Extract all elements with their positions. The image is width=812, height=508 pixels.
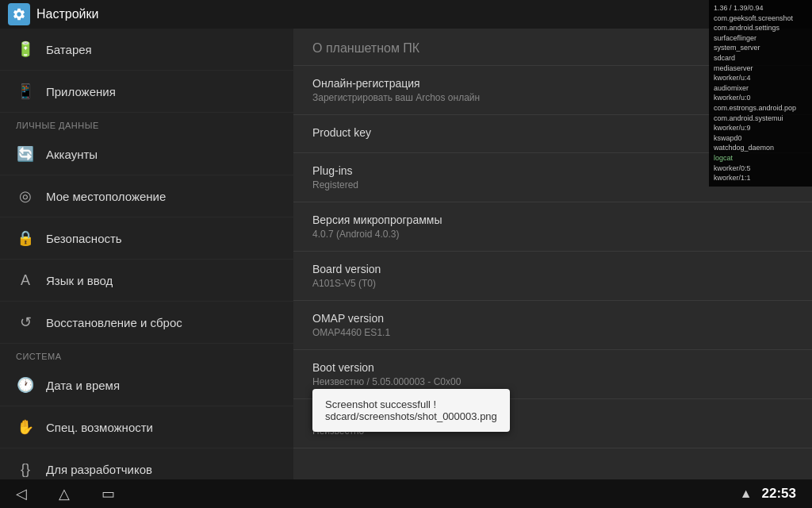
overlay-line: kworker/1:1 xyxy=(714,173,807,183)
overlay-line: kworker/u:9 xyxy=(714,123,807,133)
sidebar-label-security: Безопасность xyxy=(46,232,122,245)
sidebar-section-label: ЛИЧНЫЕ ДАННЫЕ xyxy=(0,113,293,133)
overlay-line: kworker/0:5 xyxy=(714,164,807,174)
datetime-icon: 🕐 xyxy=(16,375,35,394)
info-row: Версия микропрограммы4.0.7 (Android 4.0.… xyxy=(293,202,812,252)
info-subtitle: 4.0.7 (Android 4.0.3) xyxy=(312,229,793,240)
overlay-line: watchdog_daemon xyxy=(714,143,807,153)
accounts-icon: 🔄 xyxy=(16,144,35,164)
status-right: ▲ 22:53 xyxy=(740,486,796,502)
sidebar-label-battery: Батарея xyxy=(46,43,92,56)
info-row: OMAP versionOMAP4460 ES1.1 xyxy=(293,301,812,350)
accessibility-icon: ✋ xyxy=(16,418,35,437)
top-bar: Настройки xyxy=(0,0,812,29)
overlay-line: kworker/u:4 xyxy=(714,73,807,83)
sidebar-label-accessibility: Спец. возможности xyxy=(46,421,153,434)
settings-icon xyxy=(8,3,30,25)
sidebar-label-datetime: Дата и время xyxy=(46,379,120,392)
sidebar-label-location: Мое местоположение xyxy=(46,190,166,203)
battery-icon: 🔋 xyxy=(16,40,35,59)
sidebar-item-backup[interactable]: ↺Восстановление и сброс xyxy=(0,302,293,344)
overlay-line: system_server xyxy=(714,43,807,53)
sidebar-label-accounts: Аккаунты xyxy=(46,148,98,161)
cpu-stat: 1.36 / 1.39/0.94 xyxy=(714,3,807,13)
sidebar-label-apps: Приложения xyxy=(46,85,116,98)
apps-icon: 📱 xyxy=(16,82,35,101)
info-subtitle: OMAP4460 ES1.1 xyxy=(312,327,793,338)
sidebar-label-language: Язык и ввод xyxy=(46,274,113,287)
screenshot-toast: Screenshot successfull ! sdcard/screensh… xyxy=(312,389,510,432)
sidebar-item-security[interactable]: 🔒Безопасность xyxy=(0,217,293,260)
overlay-line: mediaserver xyxy=(714,64,807,74)
bottom-bar: ◁ △ ▭ ▲ 22:53 xyxy=(0,479,812,508)
sidebar-item-language[interactable]: AЯзык и ввод xyxy=(0,260,293,302)
security-icon: 🔒 xyxy=(16,229,35,248)
info-subtitle: Неизвестно / 5.05.000003 - C0x00 xyxy=(312,376,793,387)
sidebar-item-developer[interactable]: {}Для разработчиков xyxy=(0,448,293,479)
nav-buttons: ◁ △ ▭ xyxy=(16,485,115,502)
toast-line2: sdcard/screenshots/shot_000003.png xyxy=(325,410,497,422)
pkg1: com.geeksoft.screenshot xyxy=(714,13,807,24)
sidebar-item-accounts[interactable]: 🔄Аккаунты xyxy=(0,133,293,175)
info-title: Boot version xyxy=(312,361,793,374)
sidebar-label-developer: Для разработчиков xyxy=(46,463,152,476)
clock: 22:53 xyxy=(762,486,796,502)
info-row: Board versionA101S-V5 (T0) xyxy=(293,252,812,301)
info-title: OMAP version xyxy=(312,312,793,325)
overlay-line: com.estrongs.android.pop xyxy=(714,103,807,114)
back-button[interactable]: ◁ xyxy=(16,485,27,502)
sidebar-item-datetime[interactable]: 🕐Дата и время xyxy=(0,364,293,406)
wifi-icon: ▲ xyxy=(740,487,753,501)
app-title-text: Настройки xyxy=(36,7,98,21)
sidebar-item-battery[interactable]: 🔋Батарея xyxy=(0,29,293,71)
language-icon: A xyxy=(16,271,35,290)
toast-line1: Screenshot successfull ! xyxy=(325,398,497,410)
location-icon: ◎ xyxy=(16,187,35,206)
right-overlay: 1.36 / 1.39/0.94 com.geeksoft.screenshot… xyxy=(709,0,812,187)
overlay-line: kswapd0 xyxy=(714,133,807,144)
overlay-line: surfaceflinger xyxy=(714,33,807,44)
developer-icon: {} xyxy=(16,460,35,479)
sidebar-label-backup: Восстановление и сброс xyxy=(46,316,182,329)
backup-icon: ↺ xyxy=(16,313,35,332)
recent-button[interactable]: ▭ xyxy=(102,485,115,502)
info-title: Board version xyxy=(312,263,793,275)
overlay-lines: surfaceflingersystem_serversdcardmediase… xyxy=(714,33,807,183)
home-button[interactable]: △ xyxy=(59,485,70,502)
overlay-line: sdcard xyxy=(714,53,807,64)
overlay-line: audiomixer xyxy=(714,83,807,94)
app-title: Настройки xyxy=(8,3,98,25)
overlay-line: com.android.systemui xyxy=(714,114,807,124)
overlay-line: kworker/u:0 xyxy=(714,93,807,103)
pkg2: com.android.settings xyxy=(714,23,807,33)
sidebar: 🔋Батарея📱ПриложенияЛИЧНЫЕ ДАННЫЕ🔄Аккаунт… xyxy=(0,29,293,479)
sidebar-item-location[interactable]: ◎Мое местоположение xyxy=(0,175,293,217)
info-subtitle: A101S-V5 (T0) xyxy=(312,278,793,289)
sidebar-item-apps[interactable]: 📱Приложения xyxy=(0,71,293,113)
info-title: Версия микропрограммы xyxy=(312,214,793,226)
main-layout: 🔋Батарея📱ПриложенияЛИЧНЫЕ ДАННЫЕ🔄Аккаунт… xyxy=(0,29,812,479)
sidebar-item-accessibility[interactable]: ✋Спец. возможности xyxy=(0,406,293,448)
overlay-line: logcat xyxy=(714,153,807,164)
sidebar-section-label: СИСТЕМА xyxy=(0,344,293,364)
